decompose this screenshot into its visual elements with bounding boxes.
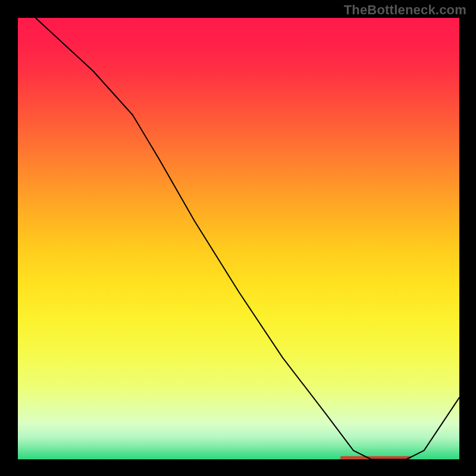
chart-svg xyxy=(18,18,459,459)
watermark-label: TheBottleneck.com xyxy=(344,2,466,18)
chart-root: TheBottleneck.com xyxy=(0,0,476,476)
chart-plot-area xyxy=(18,18,459,459)
chart-background-gradient xyxy=(18,18,459,459)
